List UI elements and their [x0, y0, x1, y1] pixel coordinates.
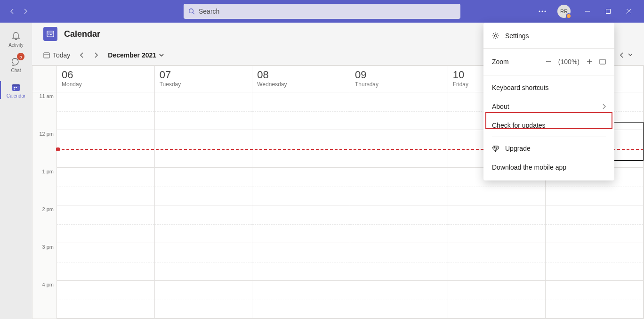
- back-button[interactable]: [8, 7, 17, 16]
- rail-activity[interactable]: Activity: [0, 26, 32, 52]
- day-name: Tuesday: [160, 81, 248, 88]
- time-label: 3 pm: [32, 243, 56, 281]
- chat-badge: 5: [17, 53, 24, 60]
- svg-point-17: [50, 34, 51, 35]
- svg-point-4: [545, 11, 546, 12]
- chevron-right-icon: [602, 104, 606, 109]
- check-updates-menu-item[interactable]: Check for updates: [483, 116, 614, 135]
- day-header: 06 Monday: [57, 66, 154, 92]
- menu-label: About: [492, 103, 509, 110]
- calendar-today-icon: [43, 52, 50, 58]
- window-controls: [577, 0, 639, 23]
- fullscreen-button[interactable]: [599, 59, 606, 65]
- bell-icon: [11, 31, 21, 41]
- svg-point-2: [539, 11, 540, 12]
- page-title: Calendar: [64, 29, 100, 39]
- zoom-out-button[interactable]: [545, 58, 552, 65]
- svg-line-1: [193, 13, 195, 15]
- menu-label: Download the mobile app: [492, 164, 566, 171]
- svg-rect-13: [14, 89, 15, 90]
- calendar-icon: [11, 82, 21, 92]
- svg-point-3: [542, 11, 543, 12]
- svg-point-21: [495, 35, 497, 37]
- date-nav: [80, 52, 98, 58]
- view-dropdown[interactable]: [628, 52, 633, 58]
- svg-rect-10: [12, 84, 20, 86]
- prev-week-button[interactable]: [80, 52, 84, 58]
- next-week-button[interactable]: [94, 52, 98, 58]
- current-time-marker-icon: [56, 147, 60, 151]
- avatar[interactable]: RR: [557, 5, 571, 18]
- svg-rect-6: [606, 9, 611, 14]
- day-number: 06: [62, 69, 150, 81]
- settings-menu-item[interactable]: Settings: [483, 26, 614, 45]
- today-button[interactable]: Today: [43, 51, 70, 59]
- svg-rect-12: [16, 87, 17, 88]
- rail-label: Calendar: [7, 93, 26, 98]
- zoom-label: Zoom: [492, 58, 509, 65]
- chevron-down-icon: [159, 53, 164, 57]
- more-options-button[interactable]: [534, 3, 551, 20]
- rail-calendar[interactable]: Calendar: [0, 77, 32, 103]
- keyboard-shortcuts-menu-item[interactable]: Keyboard shortcuts: [483, 78, 614, 97]
- time-label: 12 pm: [32, 130, 56, 168]
- month-picker[interactable]: December 2021: [108, 51, 164, 59]
- time-label: 11 am: [32, 92, 56, 130]
- menu-label: Upgrade: [505, 145, 531, 152]
- menu-label: Settings: [505, 32, 529, 40]
- zoom-control: Zoom (100%): [483, 51, 614, 72]
- time-column: 11 am 12 pm 1 pm 2 pm 3 pm 4 pm: [32, 66, 57, 319]
- menu-label: Keyboard shortcuts: [492, 84, 549, 91]
- day-column[interactable]: 07 Tuesday: [155, 66, 253, 319]
- upgrade-menu-item[interactable]: Upgrade: [483, 139, 614, 158]
- day-number: 08: [257, 69, 345, 81]
- rail-chat[interactable]: 5 Chat: [0, 52, 32, 77]
- search-icon: [188, 8, 195, 15]
- zoom-value: (100%): [558, 58, 580, 65]
- menu-label: Check for updates: [492, 122, 546, 129]
- time-label: 1 pm: [32, 168, 56, 205]
- day-header: 09 Thursday: [350, 66, 448, 92]
- view-prev[interactable]: [620, 52, 624, 58]
- app-rail: Activity 5 Chat Calendar: [0, 23, 32, 319]
- svg-point-18: [51, 34, 52, 35]
- calendar-app-icon: [43, 27, 57, 41]
- day-header: 08 Wednesday: [252, 66, 350, 92]
- day-column[interactable]: 08 Wednesday: [252, 66, 350, 319]
- time-label: 2 pm: [32, 205, 56, 243]
- history-nav: [8, 7, 30, 16]
- svg-rect-25: [600, 59, 605, 64]
- presence-badge-icon: [566, 13, 572, 19]
- svg-rect-11: [14, 87, 15, 88]
- svg-rect-19: [44, 53, 49, 58]
- zoom-in-button[interactable]: [586, 58, 593, 65]
- day-column[interactable]: 09 Thursday: [350, 66, 448, 319]
- day-name: Thursday: [355, 81, 443, 88]
- title-right: RR: [534, 0, 639, 23]
- day-number: 09: [355, 69, 443, 81]
- view-switcher: [620, 52, 633, 58]
- rail-label: Chat: [11, 68, 21, 73]
- minimize-button[interactable]: [577, 0, 598, 23]
- settings-dropdown: Settings Zoom (100%) Keyboard shortcuts …: [483, 23, 614, 180]
- gear-icon: [492, 32, 499, 40]
- day-header: 07 Tuesday: [155, 66, 252, 92]
- forward-button[interactable]: [21, 7, 30, 16]
- month-label-text: December 2021: [108, 51, 156, 59]
- diamond-icon: [492, 145, 499, 152]
- close-button[interactable]: [619, 0, 639, 23]
- today-label: Today: [53, 51, 70, 59]
- about-menu-item[interactable]: About: [483, 97, 614, 116]
- search-placeholder: Search: [199, 8, 219, 15]
- title-bar: Search RR: [0, 0, 644, 23]
- rail-label: Activity: [8, 42, 24, 48]
- day-column[interactable]: 06 Monday: [57, 66, 155, 319]
- maximize-button[interactable]: [598, 0, 619, 23]
- day-name: Wednesday: [257, 81, 345, 88]
- day-name: Monday: [62, 81, 150, 88]
- svg-point-16: [48, 34, 49, 35]
- download-app-menu-item[interactable]: Download the mobile app: [483, 158, 614, 177]
- time-label: 4 pm: [32, 281, 56, 319]
- day-number: 07: [160, 69, 248, 81]
- search-input[interactable]: Search: [184, 4, 460, 19]
